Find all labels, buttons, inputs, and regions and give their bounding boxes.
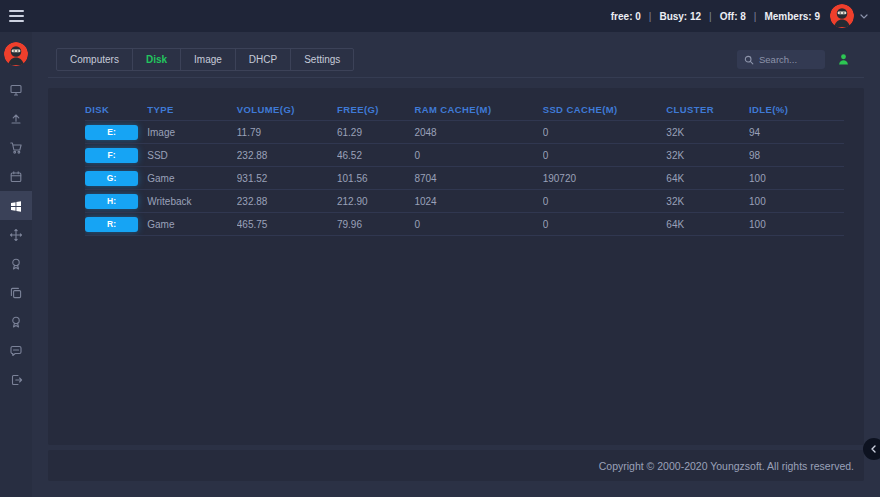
col-ram-cache: RAM CACHE(M) — [414, 98, 542, 121]
sidebar-item-upload[interactable] — [0, 104, 32, 133]
col-free: FREE(G) — [337, 98, 414, 121]
type-cell: Game — [147, 167, 237, 190]
search-input[interactable] — [759, 54, 818, 65]
status-off: Off: 8 — [720, 11, 746, 22]
cluster-cell: 32K — [666, 144, 749, 167]
col-cluster: CLUSTER — [666, 98, 749, 121]
disk-button[interactable]: R: — [85, 217, 138, 232]
ninja-avatar[interactable] — [4, 42, 28, 66]
sidebar-item-cart[interactable] — [0, 133, 32, 162]
disk-cell: F: — [85, 144, 147, 167]
disk-cell: G: — [85, 167, 147, 190]
ram-cache-cell: 2048 — [414, 121, 542, 144]
copyright-text: Copyright © 2000-2020 Youngzsoft. All ri… — [599, 460, 854, 472]
tab-image[interactable]: Image — [181, 49, 236, 70]
type-cell: Image — [147, 121, 237, 144]
disk-panel: DISK TYPE VOLUME(G) FREE(G) RAM CACHE(M)… — [48, 88, 864, 445]
collapse-panel-button[interactable] — [863, 438, 880, 460]
user-avatar[interactable] — [830, 4, 854, 28]
hamburger-icon — [9, 10, 24, 22]
col-type: TYPE — [147, 98, 237, 121]
sidebar-item-disk[interactable] — [0, 191, 32, 220]
tab-settings[interactable]: Settings — [291, 49, 353, 70]
disk-cell: E: — [85, 121, 147, 144]
disk-button[interactable]: G: — [85, 171, 138, 186]
table-row: R: Game 465.75 79.96 0 0 64K 100 — [85, 213, 844, 236]
disk-button[interactable]: F: — [85, 148, 138, 163]
status-separator — [649, 11, 652, 22]
sidebar-item-move[interactable] — [0, 220, 32, 249]
col-disk: DISK — [85, 98, 147, 121]
ram-cache-cell: 8704 — [414, 167, 542, 190]
table-row: F: SSD 232.88 46.52 0 0 32K 98 — [85, 144, 844, 167]
cart-icon — [9, 141, 23, 155]
ram-cache-cell: 1024 — [414, 190, 542, 213]
sidebar-item-logout[interactable] — [0, 365, 32, 394]
user-icon[interactable] — [837, 53, 850, 66]
table-row: H: Writeback 232.88 212.90 1024 0 32K 10… — [85, 190, 844, 213]
upload-icon — [9, 112, 23, 126]
tab-dhcp[interactable]: DHCP — [236, 49, 291, 70]
status-counters: free: 0 Busy: 12 Off: 8 Members: 9 — [611, 11, 820, 22]
disk-button[interactable]: H: — [85, 194, 138, 209]
volume-cell: 465.75 — [237, 213, 337, 236]
disk-table-body: E: Image 11.79 61.29 2048 0 32K 94 F: SS… — [85, 121, 844, 236]
sidebar-item-rewards[interactable] — [0, 307, 32, 336]
status-busy: Busy: 12 — [659, 11, 701, 22]
idle-cell: 100 — [749, 190, 844, 213]
badge-icon — [9, 315, 23, 329]
sidebar-item-messages[interactable] — [0, 336, 32, 365]
search-box — [737, 50, 825, 69]
sidebar-item-license[interactable] — [0, 249, 32, 278]
ninja-avatar-icon — [830, 4, 854, 28]
table-row: E: Image 11.79 61.29 2048 0 32K 94 — [85, 121, 844, 144]
ssd-cache-cell: 0 — [543, 144, 667, 167]
disk-cell: H: — [85, 190, 147, 213]
tab-disk[interactable]: Disk — [133, 49, 181, 70]
toolbar-right — [737, 50, 850, 69]
sidebar — [0, 0, 32, 497]
status-separator — [754, 11, 757, 22]
disk-button[interactable]: E: — [85, 125, 138, 140]
volume-cell: 232.88 — [237, 144, 337, 167]
copy-icon — [9, 286, 23, 300]
cluster-cell: 32K — [666, 190, 749, 213]
ram-cache-cell: 0 — [414, 144, 542, 167]
volume-cell: 931.52 — [237, 167, 337, 190]
sidebar-nav — [0, 75, 32, 394]
ninja-avatar-icon — [4, 42, 28, 66]
main-content: Computers Disk Image DHCP Settings — [32, 32, 880, 497]
sidebar-item-calendar[interactable] — [0, 162, 32, 191]
disk-table-wrap: DISK TYPE VOLUME(G) FREE(G) RAM CACHE(M)… — [48, 88, 864, 236]
message-icon — [9, 344, 23, 358]
table-row: G: Game 931.52 101.56 8704 190720 64K 10… — [85, 167, 844, 190]
status-separator — [709, 11, 712, 22]
idle-cell: 100 — [749, 167, 844, 190]
badge-icon — [9, 257, 23, 271]
free-cell: 61.29 — [337, 121, 414, 144]
disk-cell: R: — [85, 213, 147, 236]
sidebar-item-copy[interactable] — [0, 278, 32, 307]
col-idle: IDLE(%) — [749, 98, 844, 121]
toolbar: Computers Disk Image DHCP Settings — [56, 48, 864, 71]
type-cell: SSD — [147, 144, 237, 167]
tab-bar: Computers Disk Image DHCP Settings — [56, 48, 354, 71]
col-ssd-cache: SSD CACHE(M) — [543, 98, 667, 121]
table-header-row: DISK TYPE VOLUME(G) FREE(G) RAM CACHE(M)… — [85, 98, 844, 121]
footer: Copyright © 2000-2020 Youngzsoft. All ri… — [48, 450, 864, 481]
volume-cell: 232.88 — [237, 190, 337, 213]
menu-toggle-button[interactable] — [0, 0, 32, 32]
move-icon — [9, 228, 23, 242]
cluster-cell: 64K — [666, 213, 749, 236]
chevron-down-icon[interactable] — [860, 14, 868, 19]
type-cell: Writeback — [147, 190, 237, 213]
topbar: free: 0 Busy: 12 Off: 8 Members: 9 — [32, 0, 880, 32]
ssd-cache-cell: 190720 — [543, 167, 667, 190]
sidebar-item-computers[interactable] — [0, 75, 32, 104]
tab-computers[interactable]: Computers — [57, 49, 133, 70]
ram-cache-cell: 0 — [414, 213, 542, 236]
idle-cell: 94 — [749, 121, 844, 144]
free-cell: 46.52 — [337, 144, 414, 167]
status-members: Members: 9 — [764, 11, 820, 22]
monitor-icon — [9, 83, 23, 97]
